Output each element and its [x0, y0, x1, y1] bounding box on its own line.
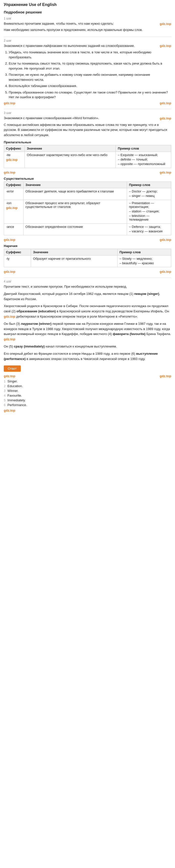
answer-num: 2 — [4, 384, 5, 388]
adjectives-table: Суффикс Значение Пример слов -ite gdz.to… — [4, 145, 171, 168]
list-item: television — телевидение — [129, 214, 169, 221]
col-examples: Пример слов — [127, 182, 171, 188]
watermark-11: gdz.top — [160, 270, 171, 274]
answer-text: Singer. — [7, 379, 18, 383]
list-item: Посмотри, не нужно ли добавить к новому … — [9, 72, 171, 82]
meaning-cell: Обозначают процесс или его результат, об… — [23, 200, 127, 224]
examples-cell: Presentation — презентация; station — ст… — [127, 200, 171, 224]
adverbs-title: Наречия — [4, 244, 171, 248]
answer-num: 3 — [4, 389, 5, 393]
step-1-block: 1 шаг Внимательно прочитаем задание, что… — [4, 17, 171, 33]
step-4-label: 4 шаг — [4, 280, 171, 283]
answer-num: 5 — [4, 398, 5, 402]
list-item: Doctor — доктор; — [129, 189, 169, 193]
paragraph-4: Он (5) сразу (immediately) начал готовит… — [4, 344, 171, 349]
paragraph-2: Хворостовский родился в Красноярске в Си… — [4, 304, 171, 319]
nouns-table: Суффикс Значение Пример слов -er/or Обоз… — [4, 182, 171, 235]
list-item: Проверь образованное слово по словарю. С… — [9, 90, 171, 100]
step-2-block: 2 шаг Знакомимся с правилами-лайфхаками … — [4, 39, 171, 105]
watermark-10: gdz.top — [4, 270, 15, 274]
col-suffix: Суффикс — [4, 145, 25, 152]
meaning-cell: Обозначают характеристику кого-либо или … — [25, 152, 116, 168]
examples-cell: Exquisite — изысканный; definite — точны… — [116, 152, 171, 168]
answer-num: 4 — [4, 394, 5, 397]
answer-list: 1 Singer. 2 Education. 3 Winner. 4 Favou… — [4, 379, 171, 407]
answer-text: Performance. — [7, 403, 27, 407]
paragraph-5: Его оперный дебют во Франции состоялся в… — [4, 351, 171, 362]
col-examples: Пример слов — [116, 145, 171, 152]
section-title: Подробное решение — [4, 10, 171, 14]
step-3-block: 3 шаг Знакомимся с правилами словообразо… — [4, 111, 171, 274]
meaning-cell: Обозначает деятеля, чаще всего прибавляе… — [23, 188, 127, 200]
page-title: Упражнение Use of English — [4, 2, 171, 7]
answer-item-5: 5 Immediately. — [4, 398, 171, 402]
suffix-cell: -ion gdz.top — [4, 200, 24, 224]
answer-item-4: 4 Favourite. — [4, 394, 171, 397]
table-row: -ite gdz.top Обозначают характеристику к… — [4, 152, 171, 168]
table-row: -er/or Обозначает деятеля, чаще всего пр… — [4, 188, 171, 200]
nouns-section: Существительные Суффикс Значение Пример … — [4, 177, 171, 242]
answer-num: 1 — [4, 379, 5, 383]
watermark-6: gdz.top — [4, 170, 15, 174]
step-1-label: 1 шаг — [4, 17, 171, 20]
table-row: -ion gdz.top Обозначают процесс или его … — [4, 200, 171, 224]
examples-cell: Defence — защита; vacancy — вакансия — [127, 224, 171, 235]
answer-block: Ответ gdz.top gdz.top 1 Singer. 2 Educat… — [4, 366, 171, 412]
watermark-inline2: gdz.top — [6, 206, 18, 210]
step-2-label: 2 шаг — [4, 39, 171, 42]
watermark-7: gdz.top — [160, 170, 171, 174]
meaning-cell: Обозначают определённое состояние — [23, 224, 127, 235]
table-row: -ly Образует наречие от прилагательного … — [4, 255, 171, 267]
watermark-inline3: gdz.top — [4, 315, 15, 318]
answer-text: Favourite. — [7, 394, 22, 397]
paragraph-3: Он был (3) лауреатом (winner) первой пре… — [4, 321, 171, 342]
step-4-block: 4 шаг Прочитаем текст, и заполним пропус… — [4, 280, 171, 412]
step-3-label: 3 шаг — [4, 111, 171, 115]
step-3-body: С помощью английских аффиксов мы можем о… — [4, 122, 171, 138]
list-item: Slowly — медленно; — [120, 257, 169, 260]
col-meaning: Значение — [25, 145, 116, 152]
list-item: beautifully — красиво — [120, 261, 169, 265]
watermark-inline4: gdz.top — [4, 337, 15, 341]
watermark-2: gdz.top — [160, 44, 171, 48]
answer-text: Immediately. — [7, 398, 26, 402]
list-item: Presentation — презентация; — [129, 201, 169, 209]
col-examples: Пример слов — [117, 249, 171, 255]
watermark-9: gdz.top — [160, 238, 171, 242]
list-item: Убедись, что понимаешь значение всех сло… — [9, 50, 171, 60]
list-item: singer — певец — [129, 194, 169, 198]
answer-item-1: 1 Singer. — [4, 379, 171, 383]
examples-cell: Slowly — медленно; beautifully — красиво — [117, 255, 171, 267]
watermark-13: gdz.top — [160, 374, 171, 378]
suffix-cell: -er/or — [4, 188, 24, 200]
step-2-list: Убедись, что понимаешь значение всех сло… — [4, 50, 171, 100]
adverbs-table: Суффикс Значение Пример слов -ly Образуе… — [4, 249, 171, 267]
col-suffix: Суффикс — [4, 249, 31, 255]
answer-text: Winner. — [7, 389, 19, 393]
list-item: opposite — противоположный — [118, 162, 169, 166]
answer-num: 6 — [4, 403, 5, 407]
adjectives-section: Прилагательные Суффикс Значение Пример с… — [4, 141, 171, 174]
watermark-12: gdz.top — [4, 374, 15, 378]
step-3-intro: Знакомимся с правилами словообразования … — [4, 116, 99, 121]
nouns-title: Существительные — [4, 177, 171, 181]
answer-item-2: 2 Education. — [4, 384, 171, 388]
answer-item-3: 3 Winner. — [4, 389, 171, 393]
answer-button[interactable]: Ответ — [4, 366, 21, 372]
adjectives-title: Прилагательные — [4, 141, 171, 144]
suffix-cell: -ly — [4, 255, 31, 267]
step-4-intro: Прочитаем текст, и заполним пропуски. Пр… — [4, 284, 171, 289]
meaning-cell: Образует наречие от прилагательного — [31, 255, 117, 267]
suffix-cell: -ance — [4, 224, 24, 235]
adverbs-section: Наречия Суффикс Значение Пример слов -ly… — [4, 244, 171, 274]
watermark-3: gdz.top — [4, 101, 15, 105]
examples-cell: Doctor — доктор; singer — певец — [127, 188, 171, 200]
list-item: definite — точный; — [118, 158, 169, 161]
list-item: Воспользуйся таблицами словообразования. — [9, 84, 171, 89]
list-item: Если ты понимаешь смысл текста, то сразу… — [9, 61, 171, 71]
watermark-14: gdz.top — [4, 409, 15, 412]
table-row: -ance Обозначают определённое состояние … — [4, 224, 171, 235]
watermark-inline: gdz.top — [6, 158, 18, 161]
answer-item-6: 6 Performance. — [4, 403, 171, 407]
step-2-intro: Знакомимся с правилами-лайфхаками по вып… — [4, 43, 135, 49]
